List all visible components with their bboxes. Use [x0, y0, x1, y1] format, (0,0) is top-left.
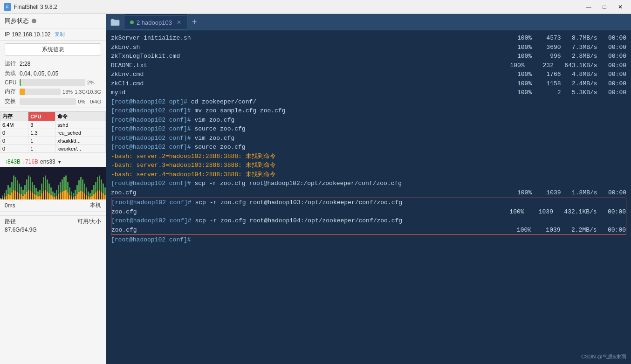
mem-value: 1.3G/10.3G [75, 89, 101, 95]
ip-label: IP [5, 31, 10, 38]
term-line: [root@hadoop102 conf]# vim zoo.cfg [111, 116, 626, 125]
net-section: ↑843B ↓716B ens33 ▼ [0, 157, 106, 167]
latency-value: 0ms [5, 202, 15, 209]
term-error: -bash: server.3=hadoop103:2888:3888: 未找到… [111, 161, 626, 170]
path-label: 路径 [5, 218, 16, 226]
process-row: 01kworker/... [0, 145, 106, 153]
proc-cpu: 1 [28, 137, 55, 145]
swap-pct: 0% [78, 99, 88, 104]
term-prompt: [root@hadoop102 conf]# [111, 199, 192, 206]
proc-cpu: 1.3 [28, 129, 55, 137]
sync-status-label: 同步状态 [5, 17, 29, 25]
term-filename: zkEnv.sh [111, 43, 260, 52]
term-filename: myid [111, 88, 260, 97]
term-cmd: scp -r zoo.cfg root@hadoop102:/opt/zooke… [191, 180, 402, 187]
net-iface: ens33 [40, 158, 55, 165]
term-filename: zoo.cfg [111, 188, 260, 198]
net-upload: ↑843B [5, 158, 21, 165]
net-graph [0, 167, 106, 199]
app-icon: F [4, 3, 11, 11]
mem-pct: 13% [62, 89, 73, 95]
cpu-label: CPU [5, 79, 18, 86]
close-button[interactable]: ✕ [613, 2, 627, 12]
terminal[interactable]: zkServer-initialize.sh 100% 4573 8.7MB/s… [106, 31, 631, 364]
proc-cmd: sshd [55, 121, 106, 129]
runtime-value: 2:28 [20, 61, 30, 67]
proc-header-cpu: CPU [28, 112, 55, 121]
term-line: [root@hadoop102 conf]# scp -r zoo.cfg ro… [111, 216, 626, 226]
term-cmd: vim zoo.cfg [191, 135, 235, 142]
mem-label: 内存 [5, 88, 18, 96]
term-line: zkEnv.sh 100% 3690 7.3MB/s 00:00 [111, 43, 626, 52]
term-stats: 100% 2 5.3KB/s 00:00 [510, 88, 626, 97]
term-cmd: vim zoo.cfg [191, 117, 235, 124]
term-error: -bash: server.4=hadoop104:2888:3888: 未找到… [111, 170, 626, 179]
term-line: [root@hadoop102 conf]# source zoo.cfg [111, 124, 626, 134]
term-stats: 100% 1039 1.8MB/s 00:00 [510, 188, 626, 198]
minimize-button[interactable]: — [582, 2, 596, 12]
term-stats: 100% 4573 8.7MB/s 00:00 [510, 34, 626, 43]
term-line: [root@hadoop102 opt]# cd zookeeper/conf/ [111, 97, 626, 107]
runtime-label: 运行 [5, 60, 18, 68]
proc-cmd: xfsaild/d... [55, 137, 106, 145]
folder-icon-button[interactable] [108, 15, 122, 29]
term-prompt: [root@hadoop102 conf]# [111, 217, 192, 224]
tab-bar: 1 hadoop102✕2 hadoop103✕3 hadoop104✕ + [106, 14, 631, 31]
term-line: zkServer-initialize.sh 100% 4573 8.7MB/s… [111, 34, 626, 43]
load-value: 0.04, 0.05, 0.05 [20, 70, 58, 77]
term-cmd: source zoo.cfg [191, 125, 246, 132]
tab-close-button[interactable]: ✕ [177, 19, 181, 26]
process-row: 01.3rcu_sched [0, 129, 106, 137]
net-download: ↓716B [22, 158, 38, 165]
term-line: zkEnv.cmd 100% 1766 4.8MB/s 00:00 [111, 70, 626, 79]
proc-mem: 0 [0, 129, 28, 137]
sidebar: 同步状态 IP 192.168.10.102 复制 系统信息 运行 2:28 负… [0, 14, 106, 364]
term-line: [root@hadoop102 conf]# vim zoo.cfg [111, 134, 626, 143]
term-stats: 100% 1039 2.2MB/s 00:00 [509, 226, 626, 235]
proc-cpu: 1 [28, 145, 55, 153]
swap-bar-container [20, 98, 76, 105]
swap-row: 交换 0% 0/4G [0, 96, 106, 106]
highlighted-block: [root@hadoop102 conf]# scp -r zoo.cfg ro… [111, 198, 626, 235]
sync-status-row: 同步状态 [0, 14, 106, 28]
proc-cpu: 3 [28, 121, 55, 129]
term-filename: README.txt [111, 61, 260, 70]
term-line: zkCli.cmd 100% 1158 2.4MB/s 00:00 [111, 79, 626, 89]
proc-cmd: rcu_sched [55, 129, 106, 137]
process-row: 6.4M3sshd [0, 121, 106, 129]
term-line: [root@hadoop102 conf]# scp -r zoo.cfg ro… [111, 179, 626, 188]
term-cmd: scp -r zoo.cfg root@hadoop104:/opt/zooke… [192, 217, 402, 224]
term-prompt: [root@hadoop102 conf]# [111, 117, 191, 124]
add-tab-button[interactable]: + [188, 17, 201, 27]
swap-value: 0/4G [90, 99, 101, 104]
sysinfo-button[interactable]: 系统信息 [5, 43, 101, 56]
path-avail-label: 可用/大小 [77, 218, 101, 226]
titlebar: F FinalShell 3.9.8.2 — □ ✕ [0, 0, 631, 14]
cpu-bar [20, 79, 21, 86]
path-header: 路径 可用/大小 [5, 218, 101, 226]
term-cmd: cd zookeeper/conf/ [187, 98, 256, 105]
tab-2hadoop103[interactable]: 2 hadoop103✕ [124, 15, 187, 29]
load-row: 负载 0.04, 0.05, 0.05 [0, 69, 106, 78]
mem-bar [20, 89, 25, 95]
cpu-row: CPU 2% [0, 78, 106, 87]
term-stats: 100% 232 643.1KB/s 00:00 [503, 61, 626, 70]
swap-label: 交换 [5, 97, 18, 105]
term-error: -bash: server.2=hadoop102:2888:3888: 未找到… [111, 152, 626, 161]
proc-mem: 6.4M [0, 121, 28, 129]
copy-ip-button[interactable]: 复制 [53, 30, 67, 38]
term-line: [root@hadoop102 conf]# source zoo.cfg [111, 143, 626, 152]
term-prompt: [root@hadoop102 conf]# [111, 125, 191, 132]
tab-dot [130, 21, 134, 24]
term-line: README.txt 100% 232 643.1KB/s 00:00 [111, 61, 626, 70]
proc-mem: 0 [0, 145, 28, 153]
proc-header-mem: 内存 [0, 112, 28, 121]
maximize-button[interactable]: □ [597, 2, 611, 12]
term-filename: zoo.cfg [111, 226, 261, 235]
term-line: zoo.cfg 100% 1039 432.1KB/s 00:00 [111, 207, 626, 217]
cpu-value: 2% [87, 80, 101, 85]
proc-header-cmd: 命令 [55, 112, 106, 121]
term-prompt: [root@hadoop102 conf]# [111, 107, 191, 114]
proc-cmd: kworker/... [55, 145, 106, 153]
term-line: zkTxnLogToolkit.cmd 100% 996 2.8MB/s 00:… [111, 52, 626, 61]
